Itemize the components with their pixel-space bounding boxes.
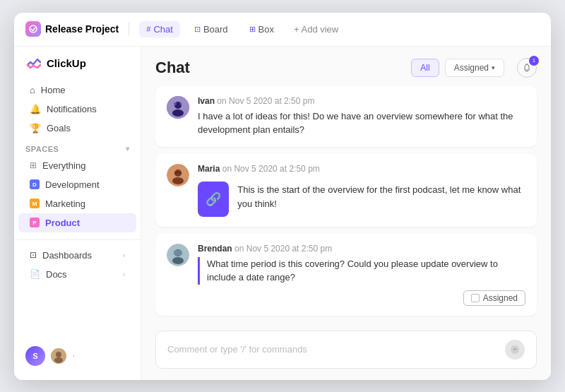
message-content-maria: Maria on Nov 5 2020 at 2:50 pm 🔗 This is…	[198, 164, 525, 217]
spaces-section-header: Spaces ▾	[14, 138, 141, 156]
svg-point-2	[56, 352, 61, 357]
logo: ClickUp	[14, 55, 141, 81]
bell-icon: 🔔	[30, 104, 41, 114]
tab-box[interactable]: ⊞ Box	[242, 21, 281, 37]
filter-all-button[interactable]: All	[411, 59, 439, 77]
svg-point-9	[180, 102, 182, 105]
chat-title: Chat	[155, 59, 190, 77]
assigned-checkbox[interactable]	[471, 294, 480, 302]
avatar-brendan	[167, 244, 189, 266]
sidebar: ClickUp ⌂ Home 🔔 Notifications 🏆 Goals S…	[14, 47, 141, 380]
board-icon: ⊡	[194, 25, 201, 34]
message-card-maria: Maria on Nov 5 2020 at 2:50 pm 🔗 This is…	[155, 154, 537, 227]
app-window: Release Project # Chat ⊡ Board ⊞ Box + A…	[14, 13, 551, 380]
add-view-button[interactable]: + Add view	[288, 21, 344, 37]
sidebar-item-home[interactable]: ⌂ Home	[18, 81, 136, 100]
message-content-ivan: Ivan on Nov 5 2020 at 2:50 pm I have a l…	[198, 96, 525, 137]
chat-header: Chat All Assigned ▾	[141, 47, 551, 86]
comment-box[interactable]: Comment or type '/' for commands	[155, 331, 537, 369]
chevron-down-icon-filter: ▾	[492, 64, 495, 71]
sidebar-bottom-section: ⊡ Dashboards › 📄 Docs ›	[14, 239, 141, 284]
sidebar-item-docs[interactable]: 📄 Docs ›	[18, 265, 136, 284]
avatar-maria	[167, 164, 189, 186]
assigned-button[interactable]: Assigned	[463, 290, 525, 306]
send-icon[interactable]	[505, 340, 525, 360]
sidebar-item-notifications[interactable]: 🔔 Notifications	[18, 100, 136, 119]
avatar-ivan	[167, 96, 189, 119]
brendan-highlight-border: What time period is this covering? Could…	[198, 257, 525, 285]
dashboards-icon: ⊡	[30, 250, 37, 260]
svg-point-3	[54, 357, 63, 363]
chevron-right-icon-docs: ›	[123, 271, 125, 278]
marketing-dot: M	[30, 198, 40, 208]
clickup-logo-icon	[25, 55, 42, 72]
chat-area: Chat All Assigned ▾	[141, 47, 551, 380]
svg-rect-16	[174, 250, 182, 256]
project-title[interactable]: Release Project	[25, 21, 119, 37]
sidebar-item-product[interactable]: P Product	[18, 213, 136, 232]
tab-board[interactable]: ⊡ Board	[187, 21, 235, 37]
main-layout: ClickUp ⌂ Home 🔔 Notifications 🏆 Goals S…	[14, 47, 551, 380]
message-meta-brendan: Brendan on Nov 5 2020 at 2:50 pm	[198, 244, 525, 254]
project-icon	[25, 21, 41, 37]
message-text-brendan: What time period is this covering? Could…	[207, 257, 525, 285]
attachment-icon[interactable]: 🔗	[198, 182, 229, 217]
user-avatar-photo	[51, 348, 66, 364]
svg-point-15	[172, 257, 184, 264]
message-meta-maria: Maria on Nov 5 2020 at 2:50 pm	[198, 164, 525, 174]
message-card-brendan: Brendan on Nov 5 2020 at 2:50 pm What ti…	[155, 234, 537, 316]
message-text-maria: This is the start of the overview for th…	[237, 183, 525, 210]
grid-icon: ⊞	[30, 160, 37, 170]
docs-icon: 📄	[30, 269, 40, 279]
user-avatar-area[interactable]: S ·	[14, 340, 141, 372]
sidebar-item-marketing[interactable]: M Marketing	[18, 194, 136, 213]
sidebar-item-everything[interactable]: ⊞ Everything	[18, 156, 136, 175]
topbar-divider	[129, 22, 129, 36]
goals-icon: 🏆	[30, 123, 41, 133]
chevron-down-icon[interactable]: ▾	[126, 145, 130, 153]
message-content-brendan: Brendan on Nov 5 2020 at 2:50 pm What ti…	[198, 244, 525, 306]
message-meta-ivan: Ivan on Nov 5 2020 at 2:50 pm	[198, 96, 525, 106]
messages-list: Ivan on Nov 5 2020 at 2:50 pm I have a l…	[141, 86, 551, 323]
product-dot: P	[30, 218, 40, 227]
sidebar-item-goals[interactable]: 🏆 Goals	[18, 119, 136, 138]
svg-point-12	[172, 177, 184, 184]
box-icon: ⊞	[249, 25, 256, 34]
home-icon: ⌂	[30, 85, 35, 95]
message-card-ivan: Ivan on Nov 5 2020 at 2:50 pm I have a l…	[155, 86, 537, 147]
svg-point-8	[174, 102, 177, 105]
development-dot: D	[30, 179, 40, 189]
filter-group: All Assigned ▾ 1	[411, 58, 537, 78]
avatar: S	[25, 346, 45, 366]
sidebar-item-development[interactable]: D Development	[18, 175, 136, 194]
topbar: Release Project # Chat ⊡ Board ⊞ Box + A…	[14, 13, 551, 47]
sidebar-item-dashboards[interactable]: ⊡ Dashboards ›	[18, 246, 136, 265]
assigned-button-wrapper: Assigned	[198, 285, 525, 306]
message-text-ivan: I have a lot of ideas for this! Do we ha…	[198, 109, 525, 137]
tab-chat[interactable]: # Chat	[139, 21, 180, 37]
svg-point-17	[511, 345, 519, 354]
comment-placeholder: Comment or type '/' for commands	[167, 344, 307, 355]
svg-point-7	[172, 109, 184, 117]
chat-hash-icon: #	[146, 25, 150, 33]
filter-assigned-button[interactable]: Assigned ▾	[445, 59, 504, 77]
message-with-attachment: 🔗 This is the start of the overview for …	[198, 177, 525, 217]
notification-badge[interactable]: 1	[517, 58, 537, 78]
notification-count-badge: 1	[529, 56, 539, 66]
chevron-right-icon: ›	[123, 251, 125, 259]
